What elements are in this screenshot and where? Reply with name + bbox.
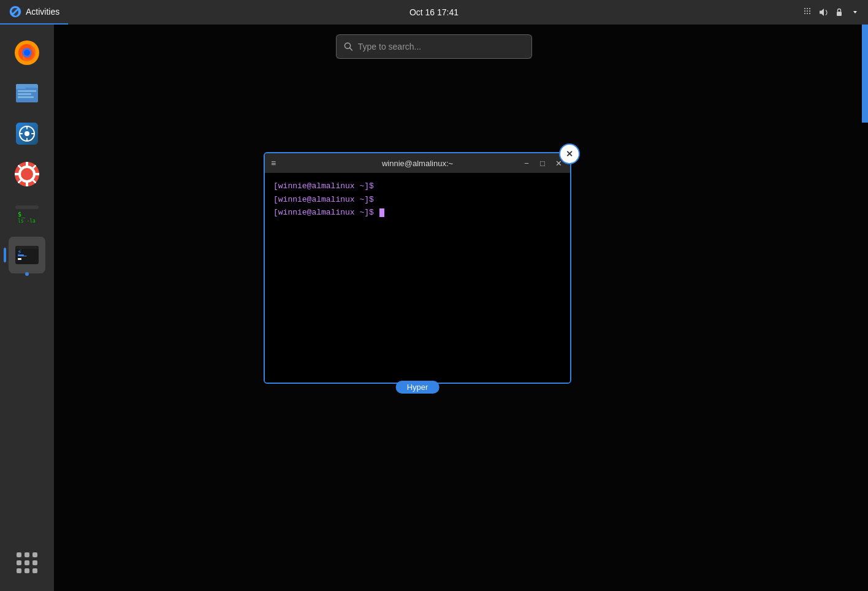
system-menu-icon[interactable]: [834, 7, 845, 18]
term-prompt-2: [winnie@almalinux ~]$: [273, 195, 374, 204]
svg-rect-18: [18, 90, 36, 92]
term-cursor: [379, 208, 384, 217]
sidebar-item-help[interactable]: [9, 156, 45, 193]
sidebar-item-files[interactable]: [9, 75, 45, 112]
systray-dropdown-icon[interactable]: [850, 7, 861, 18]
maximize-button[interactable]: □: [537, 158, 548, 169]
sidebar-item-hyper[interactable]: ⚡_: [9, 237, 45, 273]
sidebar: $_ ls -la ⚡_: [0, 25, 54, 591]
svg-text:⚡_: ⚡_: [17, 247, 27, 257]
sidebar-apps-grid-button[interactable]: [9, 544, 45, 581]
topbar: Activities Oct 16 17:41: [0, 0, 868, 25]
volume-icon[interactable]: [818, 7, 829, 18]
close-window-overlay-button[interactable]: ✕: [559, 143, 580, 164]
hyper-icon: ⚡_: [13, 241, 41, 269]
svg-text:ls -la: ls -la: [18, 218, 36, 224]
svg-rect-33: [15, 205, 39, 209]
svg-line-42: [350, 48, 352, 50]
clock: Oct 16 17:41: [409, 7, 459, 17]
hamburger-icon: ≡: [271, 158, 276, 168]
svg-rect-6: [809, 10, 810, 12]
search-input[interactable]: [358, 42, 524, 51]
svg-rect-10: [837, 12, 842, 16]
term-line-3: [winnie@almalinux ~]$: [273, 207, 562, 219]
svg-rect-1: [804, 8, 805, 9]
terminal-icon: $_ ls -la: [13, 200, 41, 229]
svg-rect-5: [807, 10, 808, 12]
active-dot: [25, 272, 29, 276]
terminal-titlebar: ≡ winnie@almalinux:~ − □ ✕: [265, 153, 570, 173]
svg-rect-3: [809, 8, 810, 9]
sidebar-item-firefox[interactable]: [9, 34, 45, 71]
terminal-menu-icon[interactable]: ≡: [271, 158, 276, 168]
minimize-button[interactable]: −: [521, 158, 532, 169]
svg-point-24: [25, 131, 29, 136]
svg-rect-2: [807, 8, 808, 9]
terminal-body[interactable]: [winnie@almalinux ~]$ [winnie@almalinux …: [265, 173, 570, 383]
search-bar: [336, 34, 532, 59]
software-icon: [13, 120, 41, 148]
terminal-preview-window: ✕ ≡ winnie@almalinux:~ − □ ✕: [264, 152, 571, 384]
svg-rect-8: [807, 13, 808, 14]
right-scrollbar[interactable]: [862, 25, 868, 123]
terminal-window-controls: − □ ✕: [521, 158, 564, 169]
activities-logo-icon: [9, 5, 22, 18]
systray: [802, 7, 868, 18]
close-overlay-icon: ✕: [566, 149, 573, 159]
help-icon: [13, 160, 41, 188]
activities-label: Activities: [26, 7, 59, 17]
activities-button[interactable]: Activities: [0, 0, 68, 25]
svg-rect-20: [18, 96, 34, 98]
sidebar-item-terminal[interactable]: $_ ls -la: [9, 196, 45, 233]
search-container: [336, 34, 532, 59]
term-prompt-3: [winnie@almalinux ~]$: [273, 208, 374, 217]
sidebar-item-software[interactable]: [9, 115, 45, 152]
search-icon: [344, 42, 353, 51]
svg-rect-9: [809, 13, 810, 14]
window-label: Hyper: [396, 381, 440, 394]
firefox-icon: [13, 39, 41, 67]
term-line-1: [winnie@almalinux ~]$: [273, 180, 562, 193]
apps-dots: [12, 547, 42, 578]
svg-rect-19: [18, 93, 31, 95]
svg-rect-17: [16, 84, 26, 89]
svg-point-14: [24, 50, 30, 56]
term-prompt-1: [winnie@almalinux ~]$: [273, 181, 374, 191]
files-icon: [13, 79, 41, 107]
svg-rect-4: [804, 10, 805, 12]
svg-text:$_: $_: [18, 211, 26, 218]
terminal-title: winnie@almalinux:~: [382, 159, 453, 168]
network-icon[interactable]: [802, 7, 813, 18]
term-line-2: [winnie@almalinux ~]$: [273, 194, 562, 206]
terminal-window: ≡ winnie@almalinux:~ − □ ✕ [winnie@almal…: [264, 152, 571, 384]
svg-rect-38: [18, 258, 21, 260]
svg-rect-7: [804, 13, 805, 14]
